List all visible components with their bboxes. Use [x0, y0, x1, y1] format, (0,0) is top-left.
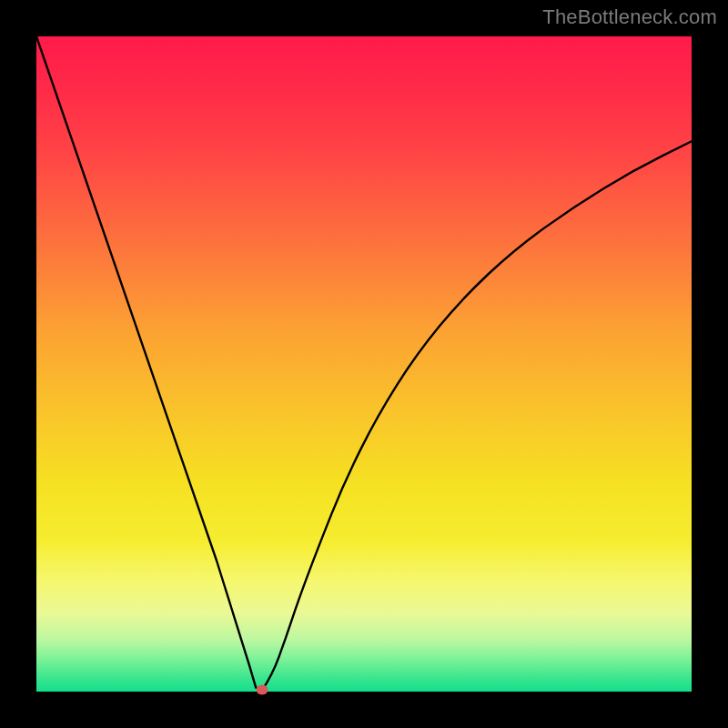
curve-layer [36, 36, 692, 692]
plot-area [36, 36, 692, 692]
chart-frame: TheBottleneck.com [0, 0, 728, 728]
right-branch-line [262, 141, 692, 690]
left-branch-line [36, 36, 262, 690]
watermark-text: TheBottleneck.com [542, 5, 717, 29]
min-point-marker [257, 684, 268, 694]
